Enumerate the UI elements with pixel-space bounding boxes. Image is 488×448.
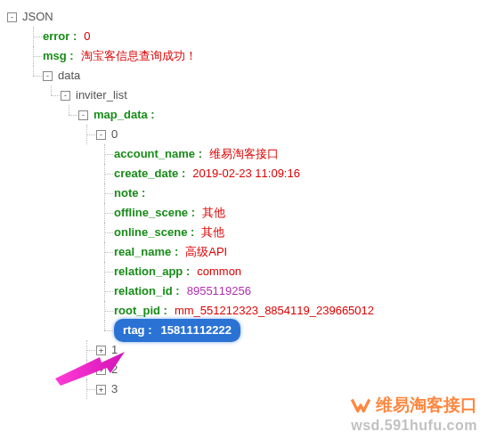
field-root-pid: root_pid :mm_551212323_8854119_239665012 (114, 301, 374, 321)
node-root: JSON (22, 7, 53, 27)
node-map-data: map_data : (94, 105, 155, 125)
watermark-title: 维易淘客接口 (376, 395, 477, 417)
field-relation-app: relation_app :common (114, 262, 241, 281)
toggle-inviter-list[interactable]: - (61, 91, 70, 101)
field-note: note : (114, 183, 145, 203)
field-account-name: account_name :维易淘客接口 (114, 144, 279, 164)
node-inviter-list: inviter_list (76, 86, 127, 105)
field-online-scene: online_scene :其他 (114, 223, 224, 242)
node-idx0: 0 (111, 125, 118, 144)
field-relation-id: relation_id :8955119256 (114, 281, 251, 301)
json-tree: - JSON error :0 msg :淘宝客信息查询成功！ - data -… (0, 0, 488, 399)
svg-marker-0 (55, 352, 125, 386)
node-error: error :0 (43, 27, 91, 46)
watermark-url: wsd.591hufu.com (349, 417, 477, 436)
toggle-idx0[interactable]: - (96, 130, 106, 140)
node-msg: msg :淘宝客信息查询成功！ (43, 46, 197, 66)
field-offline-scene: offline_scene :其他 (114, 203, 225, 223)
node-data: data (58, 66, 80, 86)
field-rtag-highlight: rtag :15811112222 (114, 319, 240, 342)
watermark: 维易淘客接口 wsd.591hufu.com (349, 394, 477, 436)
toggle-map-data[interactable]: - (78, 110, 88, 120)
watermark-logo-icon (349, 394, 372, 417)
toggle-root[interactable]: - (7, 12, 17, 22)
annotation-arrow-icon (55, 352, 126, 387)
toggle-data[interactable]: - (43, 71, 53, 81)
field-real-name: real_name :高级API (114, 242, 227, 262)
field-create-date: create_date :2019-02-23 11:09:16 (114, 164, 300, 183)
